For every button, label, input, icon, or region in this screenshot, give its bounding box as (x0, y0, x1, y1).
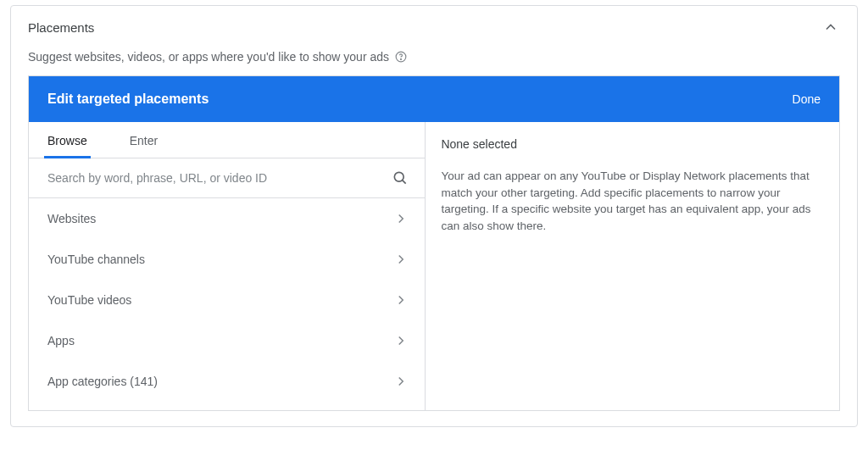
done-button[interactable]: Done (793, 92, 821, 106)
category-youtube-videos[interactable]: YouTube videos (29, 280, 425, 320)
category-label: Apps (47, 334, 75, 347)
search-icon[interactable] (391, 169, 409, 187)
chevron-right-icon (392, 373, 409, 390)
help-icon[interactable] (394, 51, 407, 64)
category-websites[interactable]: Websites (29, 198, 425, 239)
category-label: App categories (141) (47, 375, 158, 388)
category-label: YouTube channels (47, 253, 145, 266)
chevron-right-icon (392, 332, 409, 349)
panel-header: Edit targeted placements Done (29, 76, 839, 122)
card-header: Placements (11, 6, 857, 47)
tab-enter[interactable]: Enter (130, 122, 158, 158)
card-title: Placements (28, 20, 94, 35)
tab-browse[interactable]: Browse (47, 122, 87, 158)
collapse-icon[interactable] (821, 18, 840, 36)
chevron-right-icon (392, 210, 409, 227)
svg-line-3 (403, 181, 406, 184)
category-label: Websites (47, 212, 96, 225)
selected-description: Your ad can appear on any YouTube or Dis… (441, 168, 824, 234)
tabs: Browse Enter (29, 122, 425, 158)
category-app-categories[interactable]: App categories (141) (29, 361, 425, 402)
panel-title: Edit targeted placements (47, 92, 209, 107)
placements-card: Placements Suggest websites, videos, or … (10, 5, 858, 427)
card-subheader: Suggest websites, videos, or apps where … (11, 47, 857, 75)
search-row (29, 158, 425, 198)
svg-point-1 (400, 58, 401, 59)
chevron-right-icon (392, 292, 409, 308)
panel-body: Browse Enter Websites (29, 122, 839, 410)
chevron-right-icon (392, 251, 409, 268)
category-label: YouTube videos (47, 293, 131, 307)
svg-point-2 (395, 172, 404, 181)
subheader-text: Suggest websites, videos, or apps where … (28, 50, 389, 64)
selected-title: None selected (441, 137, 824, 151)
right-pane: None selected Your ad can appear on any … (426, 122, 839, 410)
placements-panel: Edit targeted placements Done Browse Ent… (28, 75, 840, 411)
category-apps[interactable]: Apps (29, 320, 425, 361)
category-youtube-channels[interactable]: YouTube channels (29, 239, 425, 280)
left-pane: Browse Enter Websites (29, 122, 426, 410)
search-input[interactable] (47, 171, 391, 185)
